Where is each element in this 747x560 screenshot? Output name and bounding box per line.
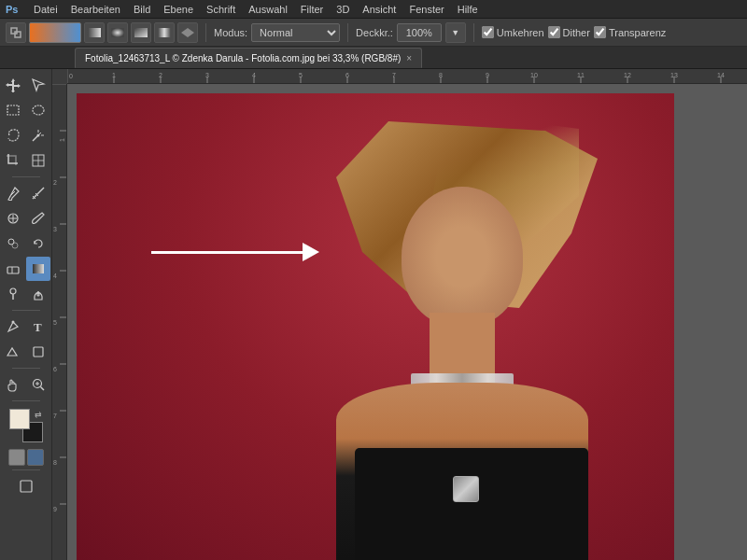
shape-tool[interactable] — [26, 340, 50, 364]
move-tool[interactable] — [1, 73, 25, 97]
spot-heal-tool[interactable] — [1, 206, 25, 231]
umkehren-checkbox[interactable] — [482, 26, 494, 38]
foreground-color-swatch[interactable] — [9, 409, 30, 429]
tool-group-11 — [1, 340, 50, 364]
tab-title: Fotolia_12463713_L © Zdenka Darula - Fot… — [85, 53, 401, 63]
gradient-tool[interactable] — [26, 257, 50, 281]
menu-bearbeiten[interactable]: Bearbeiten — [65, 2, 126, 17]
measure-tool[interactable] — [26, 181, 50, 205]
svg-text:4: 4 — [53, 273, 57, 279]
svg-text:8: 8 — [439, 72, 443, 78]
menu-bild[interactable]: Bild — [128, 2, 156, 17]
svg-text:8: 8 — [53, 459, 57, 466]
tool-group-5 — [1, 181, 50, 205]
burn-tool[interactable] — [26, 282, 50, 306]
separator-3 — [473, 23, 474, 42]
path-select-tool[interactable] — [26, 73, 50, 97]
pen-tool[interactable] — [1, 315, 25, 339]
tab-close-button[interactable]: × — [406, 53, 412, 63]
tool-sep-4 — [12, 400, 40, 401]
tab-bar: Fotolia_12463713_L © Zdenka Darula - Fot… — [0, 47, 747, 69]
ruler-left: 1 2 3 4 5 6 7 8 9 — [52, 84, 67, 560]
zoom-tool[interactable] — [26, 372, 50, 397]
transparenz-group: Transparenz — [594, 26, 666, 38]
tool-icon[interactable] — [6, 22, 26, 43]
path-component-tool[interactable] — [1, 340, 25, 364]
svg-rect-35 — [34, 347, 43, 357]
gradient-preview[interactable] — [29, 22, 81, 43]
svg-rect-4 — [88, 28, 101, 37]
svg-text:12: 12 — [624, 72, 631, 78]
menu-ebene[interactable]: Ebene — [158, 2, 199, 17]
svg-text:T: T — [34, 320, 42, 334]
eraser-tool[interactable] — [1, 257, 25, 281]
mode-select[interactable]: Normal Auflösen Abdunkeln Multiplizieren — [251, 23, 340, 42]
magic-wand-tool[interactable] — [26, 123, 50, 147]
svg-text:6: 6 — [345, 72, 349, 78]
dither-group: Dither — [548, 26, 590, 38]
hand-tool[interactable] — [1, 372, 25, 397]
canvas-container[interactable] — [67, 84, 747, 560]
opacity-arrow[interactable]: ▼ — [445, 22, 466, 43]
gradient-type-diamond[interactable] — [177, 22, 198, 43]
canvas-image — [77, 93, 674, 560]
svg-rect-5 — [111, 28, 124, 37]
rect-select-tool[interactable] — [1, 98, 25, 122]
gradient-type-angle[interactable] — [131, 22, 151, 43]
menu-schrift[interactable]: Schrift — [201, 2, 241, 17]
options-bar: Modus: Normal Auflösen Abdunkeln Multipl… — [0, 19, 747, 47]
svg-rect-40 — [21, 481, 32, 492]
document-tab[interactable]: Fotolia_12463713_L © Zdenka Darula - Fot… — [75, 48, 422, 68]
tool-sep-5 — [12, 469, 40, 470]
normal-mode-btn[interactable] — [8, 449, 25, 466]
separator-1 — [205, 23, 206, 42]
eyedropper-tool[interactable] — [1, 181, 25, 205]
crop-tool[interactable] — [1, 148, 25, 173]
gradient-type-radial[interactable] — [107, 22, 128, 43]
menu-auswahl[interactable]: Auswahl — [243, 2, 293, 17]
menu-datei[interactable]: Datei — [28, 2, 63, 17]
ruler-top: 0 1 2 3 4 5 6 7 8 9 10 — [67, 69, 747, 84]
tool-group-7 — [1, 231, 50, 256]
swap-colors-icon[interactable]: ⇄ — [35, 410, 42, 419]
brush-tool[interactable] — [26, 206, 50, 231]
lasso-tool[interactable] — [1, 123, 25, 147]
svg-line-14 — [39, 133, 41, 134]
opacity-input[interactable] — [397, 23, 442, 42]
text-tool[interactable]: T — [26, 315, 50, 339]
menu-fenster[interactable]: Fenster — [403, 2, 449, 17]
svg-rect-6 — [134, 28, 148, 37]
svg-text:5: 5 — [299, 72, 303, 78]
dodge-tool[interactable] — [1, 282, 25, 306]
transparenz-checkbox[interactable] — [594, 26, 606, 38]
tool-preset-group — [6, 22, 198, 43]
workspace: T ⇄ — [0, 69, 747, 560]
gradient-type-reflected[interactable] — [154, 22, 175, 43]
tool-group-3 — [1, 123, 50, 147]
svg-text:9: 9 — [486, 72, 489, 78]
menu-hilfe[interactable]: Hilfe — [452, 2, 484, 17]
svg-text:0: 0 — [69, 73, 73, 79]
app-logo: Ps — [4, 2, 22, 17]
menu-ansicht[interactable]: Ansicht — [357, 2, 402, 17]
svg-text:1: 1 — [112, 72, 116, 78]
menu-3d[interactable]: 3D — [331, 2, 355, 17]
dither-checkbox[interactable] — [548, 26, 560, 38]
ellipse-select-tool[interactable] — [26, 98, 50, 122]
clone-tool[interactable] — [1, 231, 25, 256]
tool-group-1 — [1, 73, 50, 97]
svg-text:11: 11 — [577, 72, 585, 78]
svg-text:14: 14 — [717, 72, 725, 78]
opacity-label: Deckkr.: — [356, 27, 393, 38]
arrow-line — [151, 251, 303, 254]
arrow-head — [303, 243, 319, 261]
menu-filter[interactable]: Filter — [295, 2, 329, 17]
svg-text:2: 2 — [53, 179, 57, 186]
history-brush-tool[interactable] — [26, 231, 50, 256]
separator-2 — [347, 23, 348, 42]
screen-mode-btn[interactable] — [14, 474, 38, 498]
face — [402, 187, 523, 327]
gradient-type-linear[interactable] — [84, 22, 105, 43]
slice-tool[interactable] — [26, 148, 50, 173]
quickmask-mode-btn[interactable] — [27, 449, 44, 466]
